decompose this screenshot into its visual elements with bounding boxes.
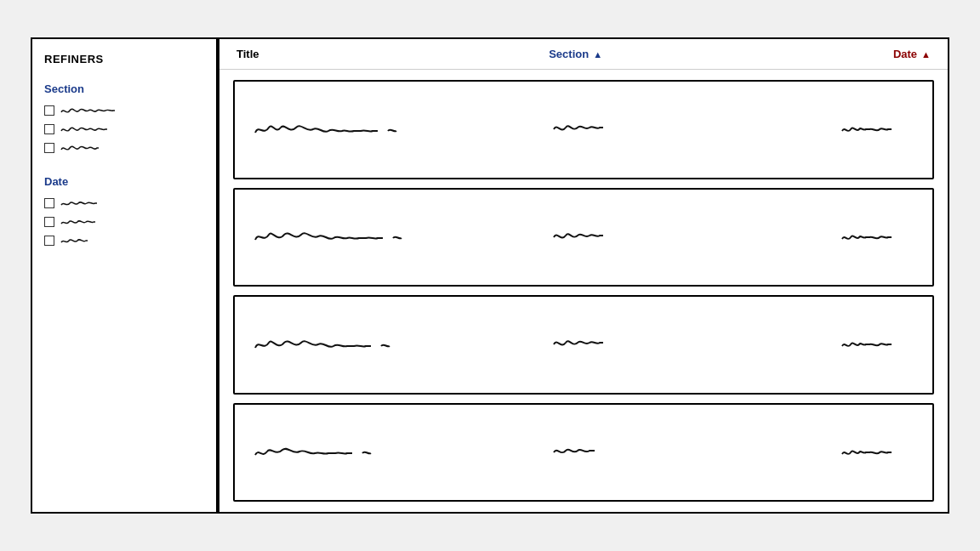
row-date-1	[749, 116, 915, 143]
date-squiggle-1	[60, 196, 119, 210]
results-list	[219, 70, 948, 512]
row-date-3	[749, 331, 915, 358]
table-row[interactable]	[233, 80, 934, 179]
list-item[interactable]	[44, 234, 204, 247]
title-squiggle-2	[252, 219, 473, 250]
list-item[interactable]	[44, 196, 204, 210]
table-row[interactable]	[233, 403, 934, 503]
row-title-4	[252, 435, 550, 469]
date-refiner-group: Date	[44, 175, 204, 247]
table-row[interactable]	[233, 295, 934, 395]
app-container: REFINERS Section	[31, 37, 949, 514]
row-date-4	[749, 439, 915, 466]
row-title-3	[252, 327, 550, 362]
row-section-2	[550, 224, 749, 251]
main-content: Title Section ▲ Date ▲	[218, 37, 949, 514]
section-sort-arrow[interactable]: ▲	[593, 49, 602, 60]
section-refiner-title: Section	[44, 82, 204, 95]
col-date-header[interactable]: Date ▲	[757, 48, 931, 60]
section-squiggle-1	[60, 104, 119, 117]
row-title-1	[252, 112, 550, 147]
section-squiggle-row-4	[550, 439, 644, 463]
date-squiggle-row-3	[839, 331, 915, 355]
date-sort-arrow[interactable]: ▲	[921, 49, 931, 60]
list-item[interactable]	[44, 215, 204, 229]
title-squiggle-4	[252, 435, 473, 465]
section-checkbox-3[interactable]	[44, 143, 54, 153]
table-row[interactable]	[233, 188, 934, 287]
sidebar: REFINERS Section	[31, 37, 218, 514]
section-squiggle-row-3	[550, 331, 644, 355]
date-squiggle-row-1	[839, 116, 915, 139]
section-checkbox-2[interactable]	[44, 124, 54, 134]
row-section-4	[550, 439, 749, 466]
row-section-3	[550, 331, 749, 358]
date-squiggle-3	[60, 234, 119, 247]
title-squiggle-1	[252, 112, 473, 143]
section-squiggle-2	[60, 122, 119, 136]
section-squiggle-row-1	[550, 116, 644, 139]
row-date-2	[749, 224, 915, 251]
section-checkbox-1[interactable]	[44, 105, 54, 116]
date-checkbox-3[interactable]	[44, 236, 54, 246]
row-section-1	[550, 116, 749, 143]
sidebar-title: REFINERS	[44, 53, 204, 65]
row-title-2	[252, 219, 550, 254]
list-item[interactable]	[44, 104, 204, 117]
title-squiggle-3	[252, 327, 473, 358]
list-item[interactable]	[44, 122, 204, 136]
list-item[interactable]	[44, 141, 204, 155]
date-squiggle-row-2	[839, 224, 915, 247]
date-squiggle-2	[60, 215, 119, 229]
section-squiggle-row-2	[550, 224, 644, 247]
date-squiggle-row-4	[839, 439, 915, 463]
date-checkbox-2[interactable]	[44, 217, 54, 227]
col-title-header: Title	[236, 48, 549, 60]
column-headers: Title Section ▲ Date ▲	[219, 39, 948, 70]
section-refiner-group: Section	[44, 82, 204, 155]
date-refiner-title: Date	[44, 175, 204, 188]
date-checkbox-1[interactable]	[44, 198, 54, 208]
col-section-header[interactable]: Section ▲	[549, 48, 757, 60]
section-squiggle-3	[60, 141, 119, 155]
